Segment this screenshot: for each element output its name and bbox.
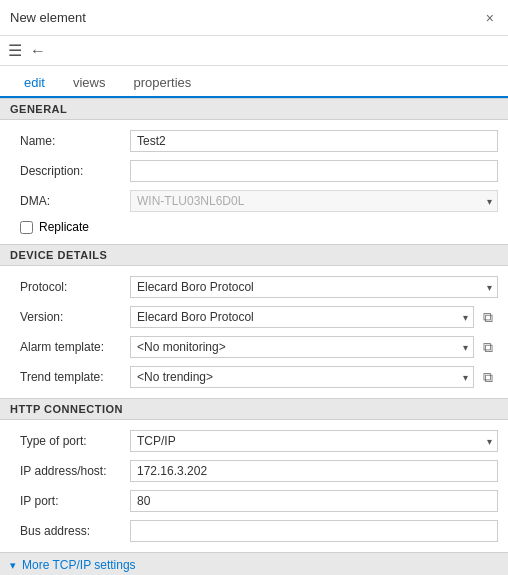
more-tcpip-label: More TCP/IP settings: [22, 558, 136, 572]
bus-address-input[interactable]: [130, 520, 498, 542]
trend-template-select-wrapper: <No trending> ▾: [130, 366, 474, 388]
tab-properties[interactable]: properties: [119, 69, 205, 98]
trend-template-copy-icon[interactable]: ⧉: [478, 369, 498, 386]
type-of-port-select-wrapper: TCP/IP ▾: [130, 430, 498, 452]
more-tcpip-chevron: ▾: [10, 559, 16, 572]
alarm-template-select[interactable]: <No monitoring>: [130, 336, 474, 358]
bus-address-row: Bus address:: [0, 516, 508, 546]
description-label: Description:: [20, 164, 130, 178]
protocol-select[interactable]: Elecard Boro Protocol: [130, 276, 498, 298]
alarm-template-row: Alarm template: <No monitoring> ▾ ⧉: [0, 332, 508, 362]
tab-edit[interactable]: edit: [10, 69, 59, 98]
type-of-port-label: Type of port:: [20, 434, 130, 448]
general-section: Name: Description: DMA: WIN-TLU03NL6D0L …: [0, 120, 508, 244]
toolbar: ☰ ←: [0, 36, 508, 66]
alarm-template-copy-icon[interactable]: ⧉: [478, 339, 498, 356]
dma-label: DMA:: [20, 194, 130, 208]
replicate-row: Replicate: [0, 216, 508, 238]
dma-select-wrapper: WIN-TLU03NL6D0L ▾: [130, 190, 498, 212]
trend-template-row: Trend template: <No trending> ▾ ⧉: [0, 362, 508, 392]
http-connection-section: Type of port: TCP/IP ▾ IP address/host: …: [0, 420, 508, 552]
nav-tabs: edit views properties: [0, 66, 508, 98]
name-label: Name:: [20, 134, 130, 148]
dma-row: DMA: WIN-TLU03NL6D0L ▾: [0, 186, 508, 216]
protocol-row: Protocol: Elecard Boro Protocol ▾: [0, 272, 508, 302]
title-bar-title: New element: [10, 10, 482, 25]
ip-port-row: IP port:: [0, 486, 508, 516]
replicate-checkbox[interactable]: [20, 221, 33, 234]
type-of-port-select[interactable]: TCP/IP: [130, 430, 498, 452]
description-input[interactable]: [130, 160, 498, 182]
protocol-select-wrapper: Elecard Boro Protocol ▾: [130, 276, 498, 298]
device-details-section: Protocol: Elecard Boro Protocol ▾ Versio…: [0, 266, 508, 398]
back-icon[interactable]: ←: [30, 42, 46, 60]
ip-address-row: IP address/host:: [0, 456, 508, 486]
bus-address-label: Bus address:: [20, 524, 130, 538]
description-row: Description:: [0, 156, 508, 186]
title-bar: New element ×: [0, 0, 508, 36]
ip-port-input[interactable]: [130, 490, 498, 512]
name-row: Name:: [0, 126, 508, 156]
device-details-section-header: DEVICE DETAILS: [0, 244, 508, 266]
protocol-label: Protocol:: [20, 280, 130, 294]
version-field-group: Elecard Boro Protocol ▾ ⧉: [130, 306, 498, 328]
http-connection-section-header: HTTP CONNECTION: [0, 398, 508, 420]
ip-address-label: IP address/host:: [20, 464, 130, 478]
trend-template-label: Trend template:: [20, 370, 130, 384]
menu-icon[interactable]: ☰: [8, 41, 22, 60]
replicate-label: Replicate: [39, 220, 89, 234]
trend-template-field-group: <No trending> ▾ ⧉: [130, 366, 498, 388]
version-select-wrapper: Elecard Boro Protocol ▾: [130, 306, 474, 328]
content-area: GENERAL Name: Description: DMA: WIN-TLU0…: [0, 98, 508, 575]
dma-select[interactable]: WIN-TLU03NL6D0L: [130, 190, 498, 212]
type-of-port-row: Type of port: TCP/IP ▾: [0, 426, 508, 456]
name-input[interactable]: [130, 130, 498, 152]
version-label: Version:: [20, 310, 130, 324]
general-section-header: GENERAL: [0, 98, 508, 120]
tab-views[interactable]: views: [59, 69, 120, 98]
version-row: Version: Elecard Boro Protocol ▾ ⧉: [0, 302, 508, 332]
ip-address-input[interactable]: [130, 460, 498, 482]
alarm-template-field-group: <No monitoring> ▾ ⧉: [130, 336, 498, 358]
alarm-template-label: Alarm template:: [20, 340, 130, 354]
trend-template-select[interactable]: <No trending>: [130, 366, 474, 388]
more-tcpip-row[interactable]: ▾ More TCP/IP settings: [0, 552, 508, 575]
close-button[interactable]: ×: [482, 10, 498, 26]
version-copy-icon[interactable]: ⧉: [478, 309, 498, 326]
ip-port-label: IP port:: [20, 494, 130, 508]
alarm-template-select-wrapper: <No monitoring> ▾: [130, 336, 474, 358]
version-select[interactable]: Elecard Boro Protocol: [130, 306, 474, 328]
